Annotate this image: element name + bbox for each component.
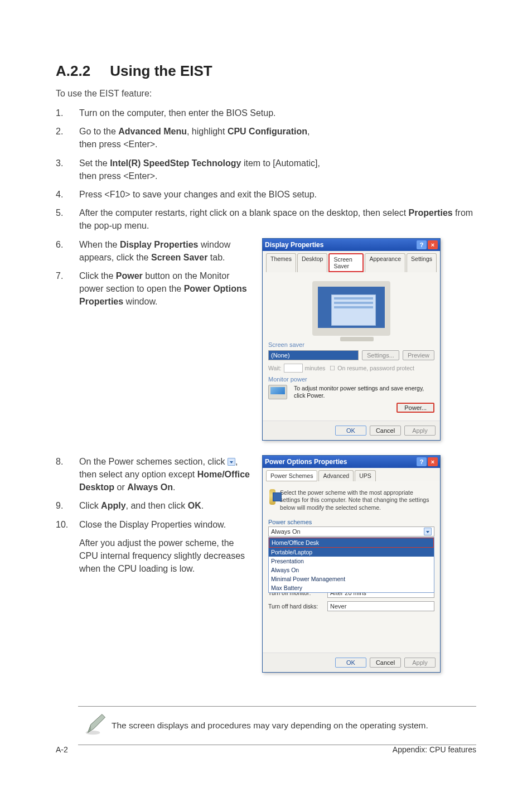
- apply-button[interactable]: Apply: [404, 658, 436, 668]
- dialog-buttons: OK Cancel Apply: [263, 421, 440, 440]
- step-5: After the computer restarts, right click…: [79, 206, 476, 232]
- tab-power-schemes[interactable]: Power Schemes: [266, 470, 317, 481]
- option-presentation[interactable]: Presentation: [269, 557, 434, 566]
- step-4: Press <F10> to save your changes and exi…: [79, 188, 476, 201]
- page-footer: A-2 Appendix: CPU features: [56, 745, 476, 754]
- power-schemes-label: Power schemes: [268, 519, 434, 525]
- step-6: When the Display Properties window appea…: [79, 238, 251, 264]
- step-2: Go to the Advanced Menu, highlight CPU C…: [79, 125, 476, 151]
- step-10-followup: After you adjust the power scheme, the C…: [79, 537, 251, 576]
- steps-6-7: 6. When the Display Properties window ap…: [56, 238, 251, 308]
- window-title: Display Properties: [265, 241, 415, 249]
- section-title: Using the EIST: [110, 62, 212, 79]
- note-block: The screen displays and procedures may v…: [78, 706, 476, 745]
- help-button[interactable]: ?: [417, 457, 427, 466]
- tab-advanced[interactable]: Advanced: [318, 470, 354, 481]
- close-button[interactable]: ×: [428, 240, 438, 249]
- turn-off-hd-select[interactable]: Never: [327, 601, 434, 611]
- window-body: Screen saver (None) Settings... Preview …: [263, 272, 440, 421]
- tab-screen-saver[interactable]: Screen Saver: [328, 253, 364, 272]
- help-button[interactable]: ?: [417, 240, 427, 249]
- close-button[interactable]: ×: [428, 457, 438, 466]
- option-minimal[interactable]: Minimal Power Management: [269, 574, 434, 583]
- note-text: The screen displays and procedures may v…: [112, 719, 428, 732]
- section-heading: A.2.2 Using the EIST: [56, 62, 476, 80]
- screensaver-group-label: Screen saver: [268, 341, 434, 348]
- intro-text: To use the EIST feature:: [56, 89, 476, 99]
- pencil-icon: [84, 712, 112, 739]
- power-icon: [269, 489, 275, 505]
- steps-8-10: 8. On the Power schemes section, click ,…: [56, 455, 251, 576]
- tab-themes[interactable]: Themes: [266, 253, 296, 272]
- preview-monitor: [312, 281, 390, 336]
- tab-desktop[interactable]: Desktop: [297, 253, 328, 272]
- two-column-section-1: 6. When the Display Properties window ap…: [56, 238, 476, 453]
- wait-row: Wait: minutes ☐ On resume, password prot…: [268, 364, 434, 373]
- tab-row: Power Schemes Advanced UPS: [263, 468, 440, 481]
- monitor-power-text: To adjust monitor power settings and sav…: [294, 385, 434, 399]
- preview-inner: [331, 294, 376, 326]
- tab-ups[interactable]: UPS: [355, 470, 376, 481]
- screensaver-select[interactable]: (None): [268, 350, 359, 360]
- ok-button[interactable]: OK: [335, 658, 366, 668]
- window-body: Select the power scheme with the most ap…: [263, 481, 440, 653]
- cancel-button[interactable]: Cancel: [370, 658, 401, 668]
- step-8: On the Power schemes section, click , th…: [79, 455, 251, 494]
- two-column-section-2: 8. On the Power schemes section, click ,…: [56, 455, 476, 685]
- power-options-window: Power Options Properties ? × Power Schem…: [262, 455, 441, 673]
- step-3: Set the Intel(R) SpeedStep Technology it…: [79, 157, 476, 182]
- footer-left: A-2: [56, 745, 68, 754]
- apply-button[interactable]: Apply: [404, 426, 436, 436]
- dialog-buttons: OK Cancel Apply: [263, 653, 440, 672]
- cancel-button[interactable]: Cancel: [370, 426, 401, 436]
- step-7: Click the Power button on the Monitor po…: [79, 269, 251, 308]
- selected-scheme: Always On: [271, 528, 301, 535]
- turn-off-hd-label: Turn off hard disks:: [268, 603, 324, 610]
- option-home-office[interactable]: Home/Office Desk: [269, 538, 434, 548]
- power-button[interactable]: Power...: [396, 403, 434, 413]
- tab-appearance[interactable]: Appearance: [365, 253, 405, 272]
- scheme-dropdown-list: Home/Office Desk Portable/Laptop Present…: [268, 537, 434, 593]
- step-10: Close the Display Properties window.: [79, 518, 251, 531]
- option-portable[interactable]: Portable/Laptop: [269, 548, 434, 557]
- titlebar: Display Properties ? ×: [263, 239, 440, 251]
- window-title: Power Options Properties: [265, 458, 415, 466]
- power-desc: Select the power scheme with the most ap…: [268, 487, 434, 516]
- option-always-on[interactable]: Always On: [269, 566, 434, 574]
- monitor-power-label: Monitor power: [268, 376, 434, 383]
- steps-list: Turn on the computer, then enter the BIO…: [56, 107, 476, 233]
- section-number: A.2.2: [56, 62, 106, 80]
- wait-spinner[interactable]: [284, 364, 303, 373]
- preview-button[interactable]: Preview: [403, 350, 434, 360]
- tab-row: Themes Desktop Screen Saver Appearance S…: [263, 251, 440, 272]
- monitor-icon: [268, 385, 287, 399]
- ok-button[interactable]: OK: [335, 426, 366, 436]
- document-page: A.2.2 Using the EIST To use the EIST fea…: [0, 0, 532, 802]
- display-properties-window: Display Properties ? × Themes Desktop Sc…: [262, 238, 441, 441]
- chevron-down-icon: [228, 458, 235, 466]
- chevron-down-icon: [424, 528, 432, 535]
- footer-right: Appendix: CPU features: [393, 745, 476, 754]
- step-1: Turn on the computer, then enter the BIO…: [79, 107, 476, 119]
- option-max-battery[interactable]: Max Battery: [269, 583, 434, 592]
- tab-settings[interactable]: Settings: [407, 253, 437, 272]
- step-9: Click Apply, and then click OK.: [79, 499, 251, 512]
- titlebar: Power Options Properties ? ×: [263, 456, 440, 468]
- settings-button[interactable]: Settings...: [362, 350, 399, 360]
- power-scheme-select[interactable]: Always On Home/Office Desk Portable/Lapt…: [268, 526, 434, 537]
